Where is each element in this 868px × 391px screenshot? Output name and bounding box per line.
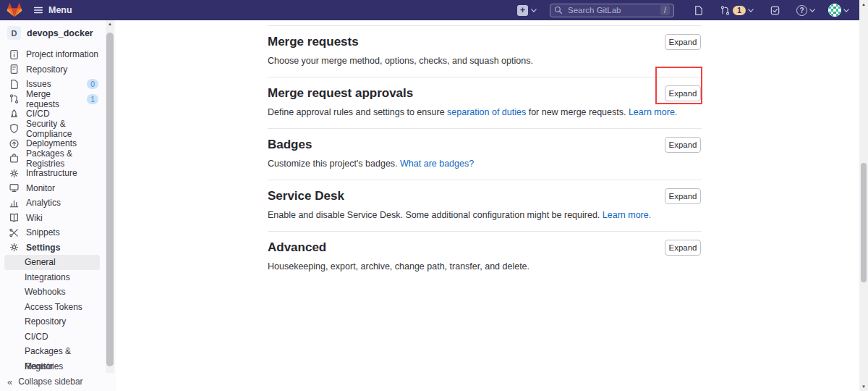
settings-section-advanced: Advanced Expand Housekeeping, export, ar… (268, 231, 702, 282)
search-icon (554, 6, 563, 14)
section-title: Merge request approvals (268, 86, 702, 101)
merge-requests-nav-button[interactable]: 1 (720, 5, 754, 16)
gitlab-settings-page: Menu + / 1 ? (0, 0, 868, 391)
description-text: Housekeeping, export, archive, change pa… (268, 261, 529, 272)
help-menu-button[interactable]: ? (796, 5, 815, 16)
snippets-icon (9, 227, 20, 238)
project-information-icon (9, 49, 20, 60)
merge-requests-count-badge: 1 (733, 6, 746, 15)
todo-icon[interactable] (770, 5, 780, 16)
expand-button-highlighted[interactable]: Expand (665, 85, 701, 101)
count-badge: 0 (87, 79, 98, 89)
sidebar-subitem-access-tokens[interactable]: Access Tokens (0, 300, 101, 315)
expand-button[interactable]: Expand (665, 240, 701, 256)
deployments-icon (9, 138, 20, 149)
sidebar-item-analytics[interactable]: Analytics (0, 196, 106, 211)
navbar-right-cluster: + / 1 ? (517, 4, 849, 17)
description-text: Enable and disable Service Desk. Some ad… (268, 210, 603, 220)
sidebar-subitem-repository[interactable]: Repository (0, 314, 101, 329)
section-description: Enable and disable Service Desk. Some ad… (268, 210, 702, 220)
expand-button[interactable]: Expand (665, 34, 701, 50)
user-menu-button[interactable] (828, 4, 849, 17)
scroll-up-arrow-icon[interactable]: ▲ (859, 2, 868, 7)
description-text: Choose your merge method, options, check… (268, 56, 533, 66)
expand-button[interactable]: Expand (665, 137, 701, 153)
description-text: for new merge requests. (526, 107, 629, 117)
chevron-down-icon (843, 9, 849, 12)
sidebar-subitem-webhooks[interactable]: Webhooks (0, 285, 101, 300)
chevron-down-icon (809, 9, 815, 12)
sidebar-item-settings[interactable]: Settings (0, 240, 106, 256)
expand-button[interactable]: Expand (665, 188, 701, 204)
collapse-sidebar-button[interactable]: « Collapse sidebar (0, 377, 83, 387)
sidebar-subitem-ci-cd[interactable]: CI/CD (0, 329, 101, 345)
project-name: devops_docker (27, 28, 93, 38)
settings-section-merge-requests: Merge requests Expand Choose your merge … (268, 25, 702, 77)
menu-button[interactable]: Menu (33, 5, 72, 15)
chevron-down-icon (531, 9, 537, 12)
settings-section-badges: Badges Expand Customize this project's b… (268, 128, 702, 180)
section-title: Badges (268, 138, 702, 152)
menu-label: Menu (48, 5, 72, 15)
analytics-icon (9, 198, 20, 209)
inline-link[interactable]: separation of duties (447, 107, 526, 117)
sidebar-item-wiki[interactable]: Wiki (0, 211, 106, 226)
avatar-identicon (828, 4, 841, 17)
infrastructure-icon (9, 168, 20, 179)
description-text: Define approval rules and settings to en… (268, 107, 447, 117)
sidebar-item-repository[interactable]: Repository (0, 62, 106, 77)
scroll-up-arrow-icon[interactable]: ▲ (106, 22, 114, 26)
page-scrollbar-thumb[interactable] (861, 163, 867, 282)
sidebar-item-merge-requests[interactable]: Merge requests 1 (0, 92, 106, 107)
inline-link[interactable]: What are badges? (400, 159, 474, 169)
sidebar-item-security-compliance[interactable]: Security & Compliance (0, 122, 106, 137)
collapse-sidebar-label: Collapse sidebar (18, 377, 82, 387)
sidebar-subitem-general[interactable]: General (4, 255, 100, 270)
monitor-icon (9, 182, 20, 193)
plus-icon: + (517, 5, 528, 16)
sidebar-item-project-information[interactable]: Project information (0, 47, 106, 62)
section-description: Choose your merge method, options, check… (268, 56, 702, 66)
sidebar-item-snippets[interactable]: Snippets (0, 225, 106, 240)
sidebar-subitem-packages-registries[interactable]: Packages & Registries (0, 344, 101, 359)
inline-link[interactable]: Learn more. (603, 210, 651, 220)
description-text: Customize this project's badges. (268, 159, 400, 169)
settings-sections-list: Merge requests Expand Choose your merge … (268, 25, 702, 282)
packages-registries-icon (9, 153, 20, 164)
inline-link[interactable]: Learn more. (629, 107, 677, 117)
project-title-row[interactable]: D devops_docker (0, 20, 116, 43)
sidebar-subitem-monitor[interactable]: Monitor (0, 359, 101, 374)
issues-nav-icon[interactable] (693, 5, 704, 16)
section-title: Service Desk (268, 189, 702, 203)
settings-section-service-desk: Service Desk Expand Enable and disable S… (268, 180, 702, 231)
merge-requests-icon (9, 93, 20, 104)
settings-icon (9, 242, 20, 253)
section-description: Customize this project's badges. What ar… (268, 159, 702, 169)
wiki-icon (9, 212, 20, 223)
gitlab-logo[interactable] (7, 3, 22, 18)
page-scrollbar: ▲ ▼ (859, 0, 868, 391)
project-sidebar: D devops_docker Project information Repo… (0, 20, 116, 391)
issues-icon (9, 79, 20, 90)
project-avatar: D (7, 26, 21, 40)
search-shortcut-key: / (660, 5, 670, 15)
hamburger-icon (33, 5, 43, 15)
help-icon: ? (796, 5, 807, 16)
sidebar-nav: Project information Repository Issues 0 … (0, 47, 116, 255)
sidebar-subitem-integrations[interactable]: Integrations (0, 270, 101, 285)
sidebar-item-packages-registries[interactable]: Packages & Registries (0, 151, 106, 167)
ci-cd-icon (9, 109, 20, 119)
search-box[interactable]: / (550, 4, 674, 17)
chevron-down-icon (748, 9, 754, 12)
search-input[interactable] (566, 5, 660, 15)
settings-main: Merge requests Expand Choose your merge … (116, 20, 859, 391)
new-menu-button[interactable]: + (517, 5, 537, 16)
sidebar-item-monitor[interactable]: Monitor (0, 181, 106, 196)
scroll-down-arrow-icon[interactable]: ▼ (859, 384, 868, 389)
sidebar-scrollbar: ▲ (106, 20, 114, 373)
top-navbar: Menu + / 1 ? (0, 0, 859, 20)
sidebar-settings-subnav: GeneralIntegrationsWebhooksAccess Tokens… (0, 255, 116, 374)
sidebar-scrollbar-thumb[interactable] (106, 33, 114, 366)
merge-request-icon (720, 5, 731, 16)
repository-icon (9, 64, 20, 75)
